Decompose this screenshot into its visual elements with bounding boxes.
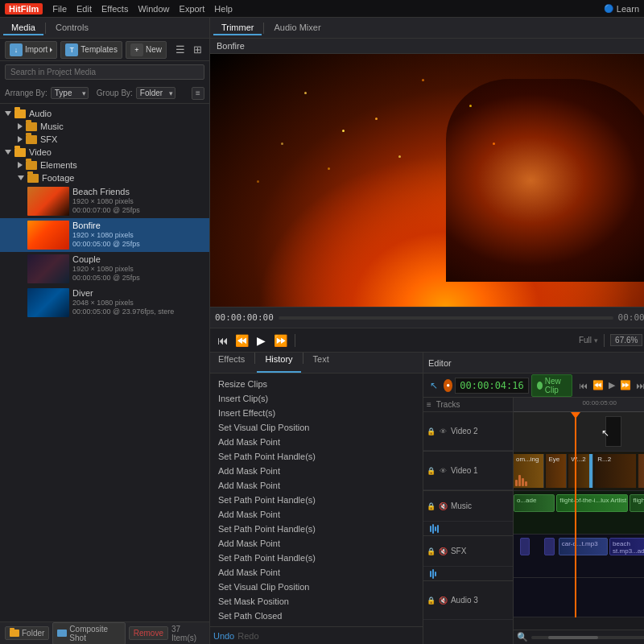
lock-icon[interactable]: 🔒	[427, 427, 436, 436]
play-button[interactable]: ▶	[254, 332, 270, 349]
zoom-out-icon[interactable]: 🔍	[517, 632, 528, 642]
eye-icon[interactable]: 👁	[439, 466, 448, 476]
tracks-menu-icon[interactable]: ≡	[427, 400, 431, 409]
arrange-options-button[interactable]: ≡	[192, 87, 204, 100]
history-item[interactable]: Add Mask Point	[210, 565, 423, 580]
tl-clip[interactable]: o...ade	[514, 494, 555, 512]
tree-item-elements[interactable]: Elements	[0, 159, 209, 171]
step-forward-button[interactable]: ⏩	[273, 332, 289, 349]
transport-end-button[interactable]: ⏭	[634, 380, 644, 391]
history-item[interactable]: Set Path Closed	[210, 609, 423, 623]
tab-audio-mixer[interactable]: Audio Mixer	[266, 21, 328, 35]
menu-edit[interactable]: Edit	[76, 4, 92, 14]
select-tool-button[interactable]: ↖	[427, 378, 441, 393]
transport-play-button[interactable]: ▶	[607, 379, 617, 391]
tab-effects[interactable]: Effects	[210, 353, 253, 373]
templates-button[interactable]: T Templates	[60, 41, 122, 59]
history-item[interactable]: Set Mask Position	[210, 594, 423, 609]
group-select[interactable]: Folder None	[136, 87, 175, 99]
timeline-toolbar: ↖ ● 00:00:04:16 New Clip ⏮ ⏪ ▶ ⏩ ⏭	[423, 374, 644, 398]
folder-button[interactable]: Folder	[5, 626, 49, 640]
transport-forward-button[interactable]: ⏩	[618, 379, 633, 391]
mute-icon[interactable]: 🔇	[439, 502, 448, 511]
tree-item-footage[interactable]: Footage	[0, 171, 209, 184]
list-item[interactable]: Bonfire 1920 × 1080 pixels 00:00:05:00 @…	[0, 218, 209, 252]
grid-view-button[interactable]: ⊞	[191, 43, 204, 56]
import-button[interactable]: ↓ Import	[5, 41, 57, 59]
tl-clip[interactable]: W...2	[568, 454, 592, 488]
tl-clip[interactable]: beach st.mp3...ade	[609, 538, 644, 555]
composite-shot-button[interactable]: Composite Shot	[52, 622, 125, 645]
history-item[interactable]: Set Path Point Handle(s)	[210, 449, 423, 464]
go-start-button[interactable]: ⏮	[215, 332, 231, 349]
transport-back-button[interactable]: ⏪	[591, 379, 605, 391]
history-item[interactable]: Resize Clips	[210, 377, 423, 391]
history-item[interactable]: Add Mask Point	[210, 435, 423, 449]
scrollbar-thumb[interactable]	[548, 636, 598, 639]
tree-item-sfx[interactable]: SFX	[0, 133, 209, 146]
arrange-select[interactable]: Type Name Date	[51, 87, 89, 99]
tl-clip[interactable]: flight-of-the-inner-bird---out-of-flu...	[630, 494, 644, 512]
mute-icon[interactable]: 🔇	[439, 596, 448, 605]
history-item[interactable]: Set Visual Clip Position	[210, 580, 423, 594]
undo-button[interactable]: Undo	[213, 631, 234, 641]
tl-clip[interactable]	[520, 538, 530, 555]
menu-export[interactable]: Export	[180, 4, 205, 14]
playhead[interactable]	[575, 412, 576, 617]
lock-icon[interactable]: 🔒	[427, 547, 436, 556]
tl-clip[interactable]: om...ing	[514, 454, 544, 488]
menu-window[interactable]: Window	[138, 4, 169, 14]
learn-button[interactable]: 🔵 Learn	[604, 4, 639, 14]
history-item[interactable]: Set Path Point Handle(s)	[210, 551, 423, 565]
new-clip-button[interactable]: New Clip	[531, 374, 573, 397]
progress-bar[interactable]	[279, 316, 613, 320]
tab-text[interactable]: Text	[305, 353, 337, 373]
history-item[interactable]: Set Visual Clip Position	[210, 420, 423, 435]
lock-icon[interactable]: 🔒	[427, 466, 436, 476]
tl-clip[interactable]	[638, 454, 644, 488]
list-item[interactable]: Beach Friends 1920 × 1080 pixels 00:00:0…	[0, 184, 209, 218]
transport-prev-button[interactable]: ⏮	[577, 380, 589, 391]
tab-media[interactable]: Media	[3, 21, 43, 35]
timeline-content[interactable]: 00:00:05:00 00:00:10:00 00:00:15:00	[514, 398, 644, 644]
tree-item-audio[interactable]: Audio	[0, 107, 209, 120]
redo-button[interactable]: Redo	[237, 631, 258, 641]
tl-clip[interactable]	[544, 538, 555, 555]
tree-item-video[interactable]: Video	[0, 146, 209, 159]
history-item[interactable]: Set Path Point Handle(s)	[210, 522, 423, 536]
history-item[interactable]: Insert Effect(s)	[210, 406, 423, 420]
search-input[interactable]	[5, 64, 204, 80]
bottom-section: Effects History Text Resize Clips Insert…	[210, 352, 644, 644]
list-item[interactable]: Diver 2048 × 1080 pixels 00:00:05:00 @ 2…	[0, 286, 209, 320]
history-item[interactable]: Add Mask Point	[210, 464, 423, 478]
lock-icon[interactable]: 🔒	[427, 596, 436, 605]
tab-controls[interactable]: Controls	[47, 21, 97, 35]
record-button[interactable]: ●	[444, 379, 452, 392]
history-item[interactable]: Set Path Point Handle(s)	[210, 493, 423, 507]
step-back-button[interactable]: ⏪	[234, 332, 250, 349]
list-view-button[interactable]: ☰	[173, 43, 188, 56]
tl-clip[interactable]	[605, 416, 621, 447]
menu-effects[interactable]: Effects	[101, 4, 128, 14]
tab-history[interactable]: History	[257, 353, 300, 373]
eye-icon[interactable]: 👁	[439, 427, 448, 436]
tl-clip[interactable]: car-d...t.mp3	[559, 538, 608, 555]
remove-button[interactable]: Remove	[129, 626, 168, 640]
history-item[interactable]: Add Mask Point	[210, 478, 423, 493]
menu-file[interactable]: File	[52, 4, 67, 14]
list-item[interactable]: Couple 1920 × 1080 pixels 00:00:05:00 @ …	[0, 252, 209, 286]
menu-help[interactable]: Help	[214, 4, 233, 14]
tree-item-music[interactable]: Music	[0, 120, 209, 133]
tab-trimmer[interactable]: Trimmer	[213, 21, 262, 35]
tl-clip[interactable]: flight-of-the-i...lux Artlist.mp3	[556, 494, 628, 512]
timeline-scrollbar[interactable]	[531, 636, 644, 639]
new-button[interactable]: + New	[126, 41, 167, 59]
mute-icon[interactable]: 🔇	[439, 547, 448, 556]
tl-clip[interactable]: Eye	[546, 454, 566, 488]
audio3-track	[514, 578, 644, 617]
history-item[interactable]: Add Mask Point	[210, 507, 423, 522]
lock-icon[interactable]: 🔒	[427, 502, 436, 511]
history-item[interactable]: Add Mask Point	[210, 536, 423, 551]
tl-clip[interactable]: R...2	[595, 454, 636, 488]
history-item[interactable]: Insert Clip(s)	[210, 391, 423, 406]
